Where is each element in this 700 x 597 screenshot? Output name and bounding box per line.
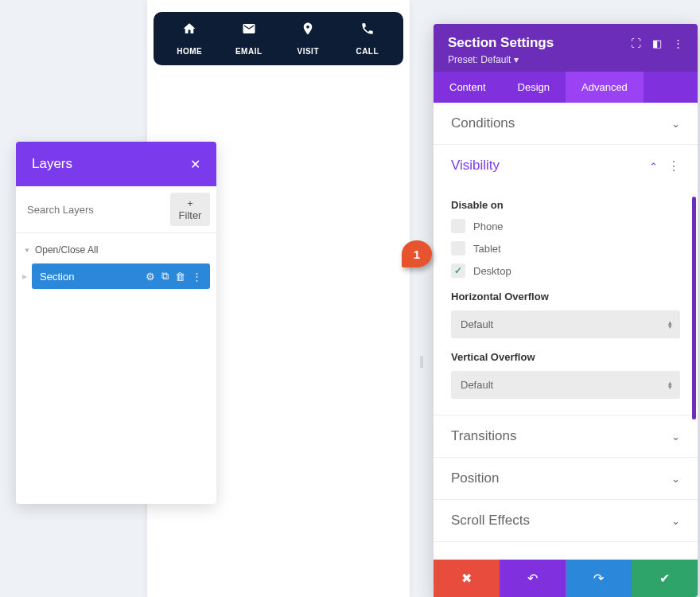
section-label: Conditions [451,115,515,131]
tab-design[interactable]: Design [502,72,566,103]
settings-body: Conditions ⌄ Visibility ⌃ ⋮ Disable on P… [434,103,698,548]
checkbox-desktop[interactable]: Desktop [451,263,680,278]
section-label: Transitions [451,428,517,444]
settings-header[interactable]: Section Settings ⛶ ◧ ⋮ Preset: Default ▾ [434,24,698,72]
layers-title: Layers [32,156,72,172]
layer-section[interactable]: Section ⚙ ⧉ 🗑 ⋮ [32,263,210,289]
layer-label: Section [40,271,139,283]
more-icon[interactable]: ⋮ [667,159,680,173]
nav-email[interactable]: EMAIL [220,21,279,57]
chevron-up-icon: ⌃ [649,161,658,173]
undo-button[interactable]: ↶ [500,560,566,597]
nav-call[interactable]: CALL [338,21,398,57]
layers-body: ▼ Open/Close All ▶ Section ⚙ ⧉ 🗑 ⋮ [16,233,216,504]
v-overflow-select[interactable]: Default ▴▾ [451,371,680,399]
preset-selector[interactable]: Preset: Default ▾ [448,54,683,65]
checkbox-phone[interactable]: Phone [451,219,680,233]
nav-home[interactable]: HOME [160,21,220,57]
save-button[interactable]: ✔ [632,560,698,597]
checkbox-label: Phone [473,220,504,232]
header-icons: ⛶ ◧ ⋮ [631,37,683,49]
section-visibility[interactable]: Visibility ⌃ ⋮ [434,145,698,186]
section-label: Scroll Effects [451,513,530,529]
call-icon [338,21,398,40]
mobile-nav-bar: HOME EMAIL VISIT CALL [154,12,403,65]
chevron-down-icon: ⌄ [671,431,680,443]
tab-content[interactable]: Content [434,72,502,103]
caret-icon[interactable]: ▶ [22,273,27,280]
checkbox[interactable] [451,219,465,233]
section-label: Visibility [451,158,500,174]
search-input[interactable] [22,197,165,222]
tab-advanced[interactable]: Advanced [566,72,644,103]
resize-handle[interactable]: || [419,354,422,369]
nav-label: EMAIL [235,47,262,56]
visit-icon [278,21,338,40]
h-overflow-label: Horizontal Overflow [451,291,680,302]
layers-panel: Layers ✕ + Filter ▼ Open/Close All ▶ Sec… [16,142,216,504]
gear-icon[interactable]: ⚙ [146,271,155,283]
select-arrows-icon: ▴▾ [668,381,672,389]
email-icon [220,21,279,40]
section-conditions[interactable]: Conditions ⌄ [434,103,698,145]
chevron-down-icon: ⌄ [671,473,680,485]
redo-button[interactable]: ↷ [566,560,632,597]
section-position[interactable]: Position ⌄ [434,458,698,500]
snap-icon[interactable]: ◧ [652,37,662,49]
select-arrows-icon: ▴▾ [668,321,672,329]
layers-header[interactable]: Layers ✕ [16,142,216,186]
chevron-down-icon: ▾ [514,54,519,65]
settings-title: Section Settings [448,35,554,51]
checkbox-tablet[interactable]: Tablet [451,241,680,256]
open-close-label: Open/Close All [35,244,98,256]
help-link[interactable]: ? Help [434,542,698,548]
h-overflow-select[interactable]: Default ▴▾ [451,310,680,338]
home-icon [160,21,220,40]
nav-label: CALL [356,47,379,56]
checkbox[interactable] [451,241,465,256]
disable-on-label: Disable on [451,199,680,211]
scrollbar[interactable] [692,197,696,419]
nav-label: HOME [177,47,202,56]
checkbox-label: Desktop [473,265,511,277]
chevron-down-icon: ⌄ [671,515,680,527]
checkbox-label: Tablet [473,243,501,255]
nav-label: VISIT [297,47,319,56]
section-label: Position [451,470,499,486]
chevron-down-icon: ⌄ [671,118,680,130]
section-transitions[interactable]: Transitions ⌄ [434,416,698,458]
close-icon[interactable]: ✕ [190,157,200,172]
v-overflow-label: Vertical Overflow [451,351,680,363]
caret-icon: ▼ [24,247,30,254]
nav-visit[interactable]: VISIT [278,21,338,57]
duplicate-icon[interactable]: ⧉ [161,270,169,283]
trash-icon[interactable]: 🗑 [175,271,185,283]
footer-buttons: ✖ ↶ ↷ ✔ [434,560,698,597]
visibility-content: Disable on Phone Tablet Desktop Horizont… [434,199,698,416]
settings-panel: Section Settings ⛶ ◧ ⋮ Preset: Default ▾… [434,24,698,597]
expand-icon[interactable]: ⛶ [631,37,641,49]
more-icon[interactable]: ⋮ [673,37,683,49]
filter-button[interactable]: + Filter [170,193,210,226]
settings-tabs: Content Design Advanced [434,72,698,103]
checkbox[interactable] [451,263,465,278]
section-scroll-effects[interactable]: Scroll Effects ⌄ [434,500,698,542]
more-icon[interactable]: ⋮ [192,271,202,283]
annotation-marker: 1 [402,240,432,267]
cancel-button[interactable]: ✖ [434,560,500,597]
layers-search-row: + Filter [16,186,216,233]
open-close-all[interactable]: ▼ Open/Close All [22,240,210,263]
